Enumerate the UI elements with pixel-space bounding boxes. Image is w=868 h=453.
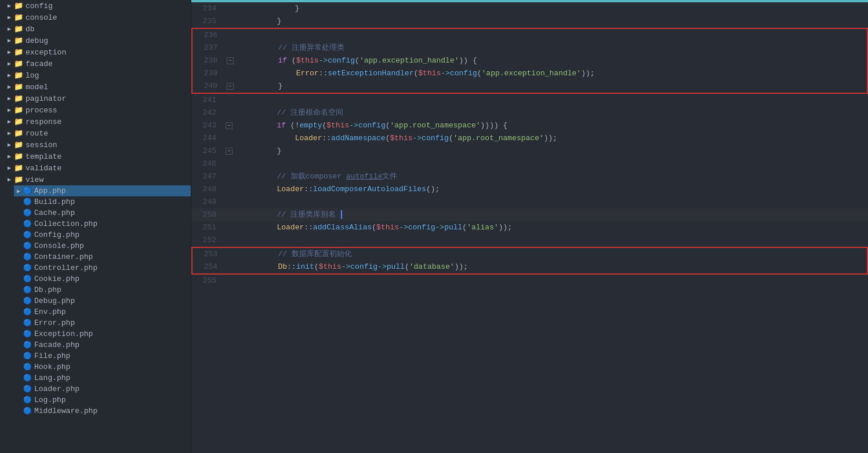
folder-icon: 📁: [14, 59, 23, 68]
sidebar-file-log-php[interactable]: 🔵 Log.php: [14, 394, 191, 405]
sidebar-item-model[interactable]: ▶ 📁 model: [5, 81, 191, 93]
sidebar-item-route[interactable]: ▶ 📁 route: [5, 127, 191, 139]
line-number: 235: [191, 15, 223, 28]
arrow-icon: ▶: [5, 14, 14, 21]
sidebar-file-facade-php[interactable]: 🔵 Facade.php: [14, 339, 191, 350]
code-line-249: 249: [191, 196, 868, 209]
file-icon: 🔵: [23, 385, 32, 393]
sidebar-file-controller-php[interactable]: 🔵 Controller.php: [14, 262, 191, 273]
folder-icon: 📁: [14, 129, 23, 138]
file-icon: 🔵: [23, 374, 32, 382]
code-content: }: [236, 80, 867, 93]
sidebar-file-exception-php[interactable]: 🔵 Exception.php: [14, 328, 191, 339]
sidebar-item-debug[interactable]: ▶ 📁 debug: [5, 35, 191, 46]
sidebar-item-process[interactable]: ▶ 📁 process: [5, 104, 191, 116]
sidebar-label: Cookie.php: [34, 275, 79, 283]
sidebar-item-response[interactable]: ▶ 📁 response: [5, 116, 191, 127]
sidebar-file-hook-php[interactable]: 🔵 Hook.php: [14, 361, 191, 372]
sidebar-label: validate: [26, 164, 61, 173]
line-number: 250: [191, 209, 223, 221]
arrow-icon: ▶: [5, 60, 14, 67]
code-content: // 数据库配置初始化: [236, 248, 867, 261]
fold-icon[interactable]: −: [227, 83, 234, 90]
sidebar-file-file-php[interactable]: 🔵 File.php: [14, 350, 191, 361]
sidebar-file-cookie-php[interactable]: 🔵 Cookie.php: [14, 273, 191, 284]
line-number: 239: [193, 67, 224, 80]
code-content: Error::setExceptionHandler($this->config…: [236, 67, 867, 80]
sidebar-file-error-php[interactable]: 🔵 Error.php: [14, 317, 191, 328]
sidebar-file-config-php[interactable]: 🔵 Config.php: [14, 229, 191, 240]
code-line-240: 240 − }: [193, 80, 867, 93]
sidebar-file-cache-php[interactable]: 🔵 Cache.php: [14, 207, 191, 218]
sidebar-item-exception[interactable]: ▶ 📁 exception: [5, 46, 191, 58]
code-content: [235, 234, 868, 247]
file-icon: 🔵: [23, 341, 32, 349]
sidebar-file-db-php[interactable]: 🔵 Db.php: [14, 284, 191, 295]
sidebar-item-session[interactable]: ▶ 📁 session: [5, 139, 191, 151]
sidebar-label: Config.php: [34, 231, 79, 239]
sidebar-label: Middleware.php: [34, 407, 97, 415]
code-content: }: [235, 145, 868, 158]
gutter: [223, 221, 235, 234]
gutter: [223, 196, 235, 209]
arrow-icon: ▶: [5, 72, 14, 79]
sidebar-file-console-php[interactable]: 🔵 Console.php: [14, 240, 191, 251]
code-content: // 加载composer autofile文件: [235, 170, 868, 183]
sidebar-label: model: [26, 83, 48, 92]
highlight-block-2: 253 // 数据库配置初始化 254 Db::init($this->conf…: [191, 247, 868, 275]
sidebar-item-template[interactable]: ▶ 📁 template: [5, 151, 191, 162]
arrow-icon: ▶: [5, 49, 14, 56]
sidebar-file-lang-php[interactable]: 🔵 Lang.php: [14, 372, 191, 383]
sidebar-file-middleware-php[interactable]: 🔵 Middleware.php: [14, 405, 191, 417]
folder-icon: 📁: [14, 71, 23, 80]
sidebar-file-debug-php[interactable]: 🔵 Debug.php: [14, 295, 191, 306]
gutter[interactable]: −: [224, 80, 236, 93]
sidebar-label: Log.php: [34, 396, 66, 404]
fold-icon[interactable]: −: [227, 57, 234, 64]
fold-icon[interactable]: −: [226, 122, 233, 129]
line-number: 253: [193, 248, 224, 261]
sidebar-item-db[interactable]: ▶ 📁 db: [5, 23, 191, 35]
sidebar-label: facade: [26, 60, 53, 68]
gutter[interactable]: −: [224, 54, 236, 67]
sidebar-item-view[interactable]: ▶ 📁 view: [5, 174, 191, 185]
file-list: ▶ 🔵 App.php 🔵 Build.php 🔵 Cache.php 🔵 Co…: [0, 185, 191, 417]
code-line-248: 248 Loader::loadComposerAutoloadFiles();: [191, 183, 868, 196]
fold-icon[interactable]: −: [226, 148, 233, 155]
gutter[interactable]: −: [223, 145, 235, 158]
arrow-icon: ▶: [5, 141, 14, 148]
sidebar-item-log[interactable]: ▶ 📁 log: [5, 70, 191, 81]
sidebar-item-paginator[interactable]: ▶ 📁 paginator: [5, 93, 191, 104]
gutter: [223, 15, 235, 28]
sidebar-item-config[interactable]: ▶ 📁 config: [5, 0, 191, 12]
code-content: [235, 275, 868, 287]
gutter[interactable]: −: [223, 119, 235, 132]
sidebar-item-facade[interactable]: ▶ 📁 facade: [5, 58, 191, 70]
code-content: }: [235, 2, 868, 15]
sidebar-label: Loader.php: [34, 385, 79, 393]
sidebar-item-validate[interactable]: ▶ 📁 validate: [5, 162, 191, 174]
gutter: [223, 170, 235, 183]
sidebar-file-loader-php[interactable]: 🔵 Loader.php: [14, 383, 191, 394]
code-editor[interactable]: 234 } 235 } 236 237 // 注册异常处理类 238: [191, 0, 868, 453]
sidebar-item-console[interactable]: ▶ 📁 console: [5, 12, 191, 23]
arrow-icon: ▶: [5, 130, 14, 137]
sidebar-label: view: [26, 176, 43, 184]
sidebar-file-container-php[interactable]: 🔵 Container.php: [14, 251, 191, 262]
file-icon: 🔵: [23, 319, 32, 327]
file-icon: 🔵: [23, 242, 32, 250]
sidebar-label: console: [26, 13, 57, 22]
line-number: 240: [193, 80, 224, 93]
folder-icon: 📁: [14, 105, 23, 115]
sidebar-label: exception: [26, 48, 66, 57]
sidebar-file-env-php[interactable]: 🔵 Env.php: [14, 306, 191, 317]
line-number: 242: [191, 107, 223, 119]
sidebar-file-app-php[interactable]: ▶ 🔵 App.php: [14, 185, 191, 196]
sidebar-label: Facade.php: [34, 341, 79, 349]
gutter: [223, 132, 235, 145]
sidebar-file-collection-php[interactable]: 🔵 Collection.php: [14, 218, 191, 229]
file-icon: 🔵: [23, 253, 32, 261]
arrow-icon: ▶: [5, 176, 14, 183]
sidebar-file-build-php[interactable]: 🔵 Build.php: [14, 196, 191, 207]
code-line-235: 235 }: [191, 15, 868, 28]
